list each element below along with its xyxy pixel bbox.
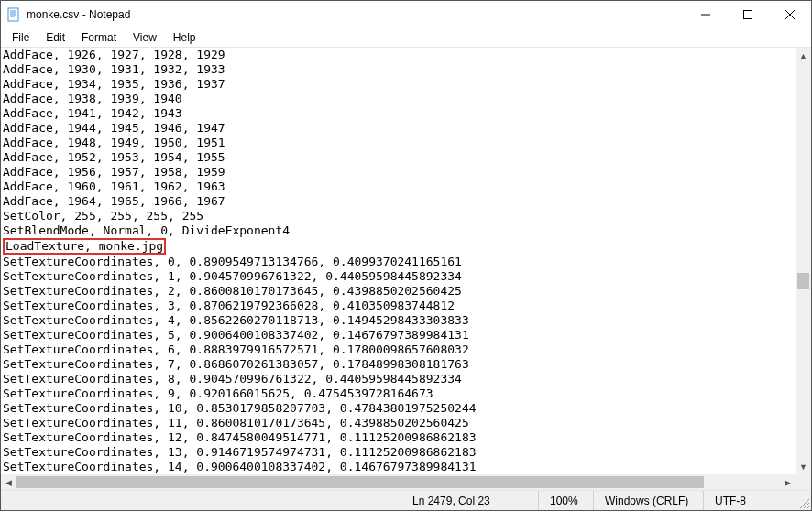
menu-format[interactable]: Format [74, 29, 124, 46]
menubar: File Edit Format View Help [1, 28, 811, 47]
statusbar: Ln 2479, Col 23 100% Windows (CRLF) UTF-… [1, 490, 811, 510]
svg-line-11 [807, 506, 809, 508]
vscroll-thumb[interactable] [797, 273, 809, 289]
menu-file[interactable]: File [5, 29, 37, 46]
status-line-ending: Windows (CRLF) [593, 491, 703, 510]
menu-help[interactable]: Help [166, 29, 203, 46]
text-line: SetTextureCoordinates, 13, 0.91467195749… [3, 445, 794, 460]
window-controls [685, 1, 811, 28]
hscroll-thumb[interactable] [16, 476, 704, 488]
maximize-icon [743, 10, 752, 19]
editor-area: AddFace, 1926, 1927, 1928, 1929AddFace, … [1, 47, 811, 474]
highlighted-text: LoadTexture, monke.jpg [3, 238, 166, 255]
menu-edit[interactable]: Edit [38, 29, 72, 46]
vscroll-track[interactable] [796, 63, 811, 459]
scroll-right-arrow-icon[interactable]: ▶ [780, 474, 796, 490]
maximize-button[interactable] [727, 1, 769, 28]
text-line: SetTextureCoordinates, 2, 0.860081017017… [3, 284, 794, 299]
text-line: SetTextureCoordinates, 5, 0.900640010833… [3, 328, 794, 342]
menu-view[interactable]: View [126, 29, 164, 46]
text-content[interactable]: AddFace, 1926, 1927, 1928, 1929AddFace, … [1, 48, 796, 474]
window-title: monke.csv - Notepad [27, 8, 685, 21]
resize-grip-icon [798, 497, 809, 508]
text-line: AddFace, 1960, 1961, 1962, 1963 [3, 179, 794, 194]
text-line: SetTextureCoordinates, 7, 0.868607026138… [3, 357, 794, 372]
status-position: Ln 2479, Col 23 [401, 491, 538, 510]
close-button[interactable] [769, 1, 811, 28]
minimize-button[interactable] [685, 1, 727, 28]
scroll-left-arrow-icon[interactable]: ◀ [1, 474, 16, 490]
text-line: SetTextureCoordinates, 12, 0.84745800495… [3, 430, 794, 445]
text-line: AddFace, 1964, 1965, 1966, 1967 [3, 194, 794, 209]
minimize-icon [701, 10, 710, 19]
text-line: SetTextureCoordinates, 14, 0.90064001083… [3, 460, 794, 474]
text-line: SetTextureCoordinates, 4, 0.856226027011… [3, 313, 794, 328]
status-zoom: 100% [538, 491, 593, 510]
text-line: SetTextureCoordinates, 0, 0.890954971313… [3, 255, 794, 269]
resize-grip[interactable] [795, 491, 811, 510]
scroll-down-arrow-icon[interactable]: ▼ [796, 459, 811, 474]
text-line: AddFace, 1934, 1935, 1936, 1937 [3, 77, 794, 92]
text-line: SetTextureCoordinates, 11, 0.86008101701… [3, 416, 794, 430]
svg-rect-6 [744, 11, 752, 19]
text-line: AddFace, 1938, 1939, 1940 [3, 92, 794, 106]
text-line: AddFace, 1956, 1957, 1958, 1959 [3, 165, 794, 179]
text-line: SetTextureCoordinates, 1, 0.904570996761… [3, 269, 794, 284]
text-line: SetTextureCoordinates, 8, 0.904570996761… [3, 372, 794, 386]
vertical-scrollbar[interactable]: ▲ ▼ [796, 48, 811, 474]
text-line: SetColor, 255, 255, 255, 255 [3, 209, 794, 223]
text-line: AddFace, 1926, 1927, 1928, 1929 [3, 48, 794, 62]
notepad-window: monke.csv - Notepad File Edit Format Vie… [0, 0, 812, 511]
text-line: AddFace, 1948, 1949, 1950, 1951 [3, 136, 794, 150]
scroll-corner [796, 474, 811, 490]
close-icon [785, 10, 795, 19]
horizontal-scrollbar-row: ◀ ▶ [1, 474, 811, 490]
text-line: SetTextureCoordinates, 9, 0.920166015625… [3, 386, 794, 401]
text-line: AddFace, 1941, 1942, 1943 [3, 106, 794, 121]
hscroll-track[interactable] [16, 474, 780, 490]
scroll-up-arrow-icon[interactable]: ▲ [796, 48, 811, 63]
text-line: AddFace, 1952, 1953, 1954, 1955 [3, 150, 794, 165]
text-line: SetTextureCoordinates, 10, 0.85301798582… [3, 401, 794, 416]
text-line: LoadTexture, monke.jpg [3, 238, 794, 255]
titlebar[interactable]: monke.csv - Notepad [1, 1, 811, 28]
horizontal-scrollbar[interactable]: ◀ ▶ [1, 474, 796, 490]
text-line: SetTextureCoordinates, 6, 0.888397991657… [3, 342, 794, 357]
text-line: SetBlendMode, Normal, 0, DivideExponent4 [3, 223, 794, 238]
app-icon [1, 7, 27, 22]
text-line: AddFace, 1944, 1945, 1946, 1947 [3, 121, 794, 136]
text-line: AddFace, 1930, 1931, 1932, 1933 [3, 62, 794, 77]
text-line: SetTextureCoordinates, 3, 0.870621979236… [3, 299, 794, 313]
status-encoding: UTF-8 [703, 491, 795, 510]
